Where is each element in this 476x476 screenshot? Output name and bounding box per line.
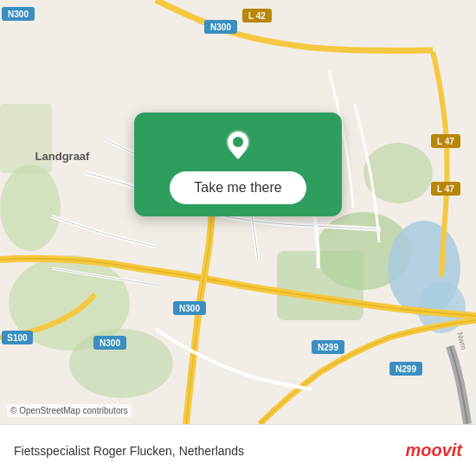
svg-text:L 47: L 47 [437, 184, 454, 194]
svg-text:N300: N300 [179, 304, 200, 313]
take-me-there-button[interactable]: Take me there [170, 171, 306, 204]
svg-point-6 [0, 164, 61, 251]
svg-text:N300: N300 [8, 10, 29, 19]
svg-text:S100: S100 [7, 333, 28, 343]
svg-text:N299: N299 [396, 364, 416, 374]
map-container: N300 N300 N300 N299 N299 L 42 L 47 L 47 … [0, 0, 476, 424]
svg-text:N299: N299 [318, 343, 338, 352]
navigation-card: Take me there [134, 113, 342, 216]
moovit-logo-text: moovit [405, 441, 462, 460]
location-pin-icon [219, 126, 257, 164]
location-name: Fietsspecialist Roger Flucken, Netherlan… [14, 444, 244, 458]
svg-text:N300: N300 [100, 338, 120, 348]
info-bar: Fietsspecialist Roger Flucken, Netherlan… [0, 424, 476, 476]
svg-text:N300: N300 [210, 23, 231, 32]
svg-rect-7 [0, 104, 52, 173]
svg-point-33 [233, 137, 243, 147]
location-info: Fietsspecialist Roger Flucken, Netherlan… [14, 444, 244, 458]
svg-rect-4 [277, 251, 363, 320]
moovit-logo: moovit [405, 441, 462, 460]
svg-text:Landgraaf: Landgraaf [35, 150, 91, 163]
map-copyright: © OpenStreetMap contributors [7, 404, 132, 417]
svg-text:L 42: L 42 [248, 11, 266, 21]
svg-text:L 47: L 47 [437, 137, 454, 146]
